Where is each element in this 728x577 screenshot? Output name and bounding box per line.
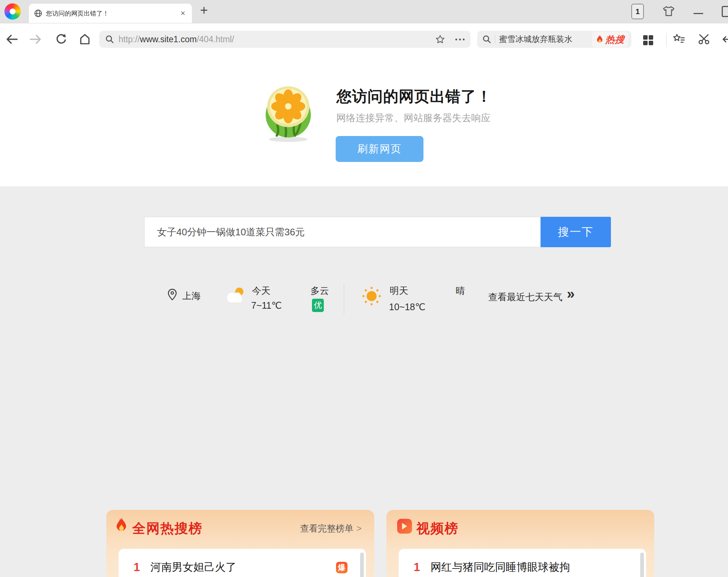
refresh-page-button[interactable]: 刷新网页 <box>336 136 423 162</box>
sunny-icon <box>362 286 382 308</box>
minimize-button[interactable] <box>694 13 703 14</box>
url-host: www.site1.com <box>140 34 197 44</box>
hot-search-card: 全网热搜榜 查看完整榜单 > 1 河南男女妲己火了 爆 2 打麻将或可延长寿命 <box>106 510 374 577</box>
address-bar[interactable]: http:// www.site1.com /404.html/ <box>99 31 471 48</box>
maximize-button[interactable] <box>722 6 728 17</box>
search-icon <box>482 35 491 44</box>
today-temp: 7~11℃ <box>251 300 282 311</box>
search-icon <box>105 35 114 44</box>
weather-widget: 上海 今天 7~11℃ 多云 优 <box>0 263 728 304</box>
hot-search-label: 热搜 <box>605 33 625 46</box>
rank-number: 1 <box>128 561 145 574</box>
video-panel: 1 网红与猪同吃同睡博眼球被拘 2 放生牛蛙被一旁大哥捞起吃了 3 文旅局长身披… <box>399 549 646 577</box>
new-tab-button[interactable]: + <box>200 4 208 17</box>
badge-bao: 爆 <box>336 562 348 573</box>
video-card-title: 视频榜 <box>416 520 459 538</box>
hot-search-chip[interactable]: 热搜 <box>592 31 628 47</box>
video-play-icon <box>397 519 412 534</box>
tab-title: 您访问的网页出错了！ <box>46 9 179 18</box>
today-label: 今天 <box>252 285 270 297</box>
error-subtitle: 网络连接异常、网站服务器失去响应 <box>336 112 491 125</box>
today-condition: 多云 <box>310 285 329 297</box>
search-query-text: 女子40分钟一锅做10道菜只需36元 <box>157 226 305 239</box>
quick-search-text[interactable]: 蜜雪冰城放弃瓶装水 <box>499 34 592 45</box>
error-title: 您访问的网页出错了！ <box>336 86 492 107</box>
seven-day-weather-link[interactable]: 查看最近七天天气 <box>488 291 562 303</box>
search-input[interactable]: 女子40分钟一锅做10道菜只需36元 <box>144 217 541 247</box>
tab-strip: 您访问的网页出错了！ × + 1 <box>0 0 728 23</box>
sidebar-arrow-icon[interactable] <box>722 33 728 47</box>
aqi-badge: 优 <box>312 299 324 312</box>
list-item[interactable]: 1 河南男女妲己火了 爆 <box>119 553 366 577</box>
tab-count-box[interactable]: 1 <box>631 4 644 19</box>
navigation-toolbar: http:// www.site1.com /404.html/ 蜜雪冰城放弃瓶… <box>0 23 728 49</box>
tab-close-icon[interactable]: × <box>179 9 187 17</box>
active-tab[interactable]: 您访问的网页出错了！ × <box>29 4 192 23</box>
double-chevron-icon[interactable]: » <box>567 286 572 302</box>
rank-number: 1 <box>408 561 425 574</box>
chevron-right-icon: > <box>356 523 362 534</box>
cloudy-sun-icon <box>224 286 247 307</box>
scrollbar-thumb[interactable] <box>640 553 644 577</box>
divider <box>666 33 666 47</box>
divider <box>495 35 495 44</box>
forward-button-icon[interactable] <box>29 33 42 47</box>
tab-count-value: 1 <box>635 7 639 16</box>
tomorrow-temp: 10~18℃ <box>389 302 425 312</box>
reload-button-icon[interactable] <box>55 33 67 47</box>
url-scheme: http:// <box>119 34 140 44</box>
tomorrow-condition: 晴 <box>456 285 465 297</box>
tomorrow-label: 明天 <box>390 285 408 297</box>
list-item[interactable]: 1 网红与猪同吃同睡博眼球被拘 <box>399 553 646 577</box>
home-button-icon[interactable] <box>79 33 91 47</box>
video-card: 视频榜 1 网红与猪同吃同睡博眼球被拘 2 放生牛蛙被一旁大哥捞起吃了 3 文旅… <box>386 510 654 577</box>
bookmark-star-icon[interactable] <box>435 34 445 44</box>
location-pin-icon <box>167 288 178 302</box>
more-options-icon[interactable] <box>455 39 465 40</box>
quick-search-box[interactable]: 蜜雪冰城放弃瓶装水 热搜 <box>477 31 631 48</box>
favorites-list-icon[interactable] <box>672 33 685 47</box>
url-path: /404.html/ <box>197 34 234 44</box>
hot-search-card-title: 全网热搜榜 <box>132 520 203 538</box>
view-full-list-link[interactable]: 查看完整榜单 > <box>300 523 362 534</box>
divider <box>344 283 344 314</box>
browser-logo-icon[interactable] <box>4 3 21 20</box>
content-section: 女子40分钟一锅做10道菜只需36元 搜一下 上海 今天 <box>0 186 728 577</box>
screenshot-scissors-icon[interactable] <box>698 33 710 46</box>
item-text: 网红与猪同吃同睡博眼球被拘 <box>431 560 570 575</box>
weather-city[interactable]: 上海 <box>182 290 201 302</box>
error-melon-icon <box>260 84 316 145</box>
flame-icon <box>114 517 129 535</box>
search-button[interactable]: 搜一下 <box>541 217 611 247</box>
scrollbar-thumb[interactable] <box>360 553 364 577</box>
hot-search-panel: 1 河南男女妲己火了 爆 2 打麻将或可延长寿命 3 因公公开黄腔想闪离 热 <box>119 549 366 577</box>
theme-tshirt-icon[interactable] <box>662 5 675 19</box>
item-text: 河南男女妲己火了 <box>150 560 236 575</box>
apps-grid-icon[interactable] <box>643 35 653 45</box>
browser-window: 您访问的网页出错了！ × + 1 <box>0 0 728 577</box>
globe-icon <box>34 9 42 17</box>
flame-icon <box>596 34 604 44</box>
back-button-icon[interactable] <box>5 33 19 47</box>
view-full-text: 查看完整榜单 <box>300 523 353 534</box>
